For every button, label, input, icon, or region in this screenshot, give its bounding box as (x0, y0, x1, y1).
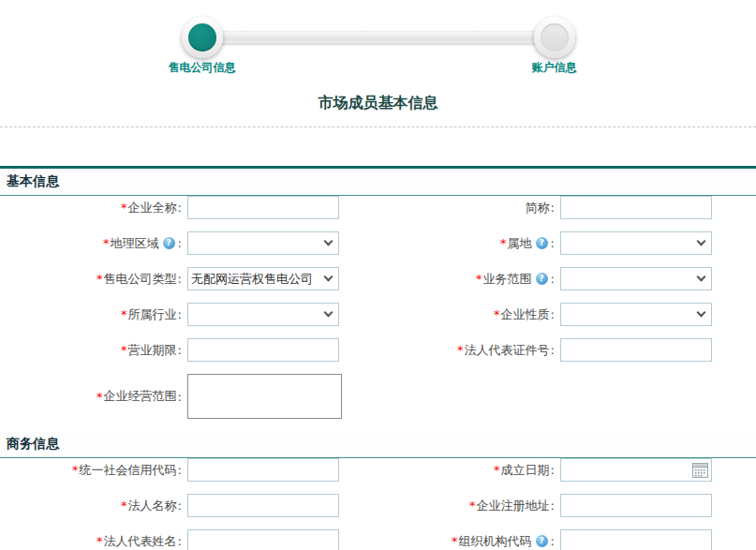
form-row: *统一社会信用代码:*成立日期: (0, 458, 756, 482)
text-input[interactable] (187, 529, 339, 550)
text-input[interactable] (560, 529, 712, 550)
text-input[interactable] (187, 458, 339, 482)
text-input[interactable] (560, 196, 712, 219)
field-label: *企业全称: (0, 200, 187, 216)
text-input[interactable] (187, 338, 339, 362)
step-circle-account-info[interactable] (534, 17, 575, 58)
form-row: *企业经营范围: (0, 374, 756, 419)
field-cell (560, 196, 756, 219)
calendar-icon[interactable] (692, 462, 708, 478)
label-colon: : (551, 236, 555, 250)
form-root: 基本信息*企业全称:简称:*地理区域?:*属地?:*售电公司类型:无配网运营权售… (0, 166, 756, 550)
help-icon[interactable]: ? (163, 237, 175, 249)
label-colon: : (178, 390, 182, 404)
form-row: *营业期限:*法人代表证件号: (0, 338, 756, 362)
required-asterisk: * (494, 463, 500, 477)
field-label: *营业期限: (0, 342, 187, 359)
field-label: *法人代表姓名: (0, 533, 187, 550)
stepper-track (200, 31, 556, 44)
field-label: *企业注册地址: (375, 498, 560, 514)
select (560, 303, 712, 326)
field-label-text: 法人代表姓名 (104, 533, 177, 550)
field-cell (187, 374, 375, 419)
section-title: 商务信息 (0, 431, 756, 458)
field-label: *成立日期: (375, 462, 560, 479)
step-circle-seller-info[interactable] (182, 17, 223, 58)
field-label: *地理区域?: (0, 235, 187, 252)
section-basic-info: 基本信息*企业全称:简称:*地理区域?:*属地?:*售电公司类型:无配网运营权售… (0, 166, 756, 419)
field-label: *企业性质: (375, 306, 560, 323)
label-colon: : (551, 272, 555, 286)
required-asterisk: * (452, 534, 458, 548)
field-cell (560, 338, 756, 362)
field-label-text: 法人代表证件号 (465, 342, 550, 359)
field-label-text: 地理区域 (111, 235, 159, 252)
select-input[interactable] (560, 303, 712, 326)
field-label-text: 属地 (508, 235, 532, 252)
page-title: 市场成员基本信息 (0, 94, 756, 113)
field-cell (187, 303, 375, 326)
field-label-text: 成立日期 (501, 462, 550, 479)
label-colon: : (551, 463, 555, 477)
field-label-text: 所属行业 (128, 306, 177, 323)
dashed-divider (0, 126, 756, 127)
field-label: *法人名称: (0, 498, 187, 514)
required-asterisk: * (494, 307, 500, 321)
select-input[interactable] (187, 231, 339, 255)
select-input[interactable] (560, 267, 712, 290)
field-label: *售电公司类型: (0, 271, 187, 288)
textarea-input[interactable] (187, 374, 342, 419)
field-label-text: 统一社会信用代码 (80, 462, 177, 479)
section-business-info: 商务信息*统一社会信用代码:*成立日期:*法人名称:*企业注册地址:*法人代表姓… (0, 431, 756, 550)
label-colon: : (551, 343, 555, 357)
field-label: *企业经营范围: (0, 388, 187, 405)
select-input[interactable] (560, 231, 712, 255)
text-input[interactable] (187, 494, 339, 517)
form-row: *售电公司类型:无配网运营权售电公司*业务范围?: (0, 267, 756, 290)
required-asterisk: * (500, 236, 507, 250)
label-colon: : (178, 236, 182, 250)
step-label-account-info: 账户信息 (532, 60, 577, 76)
select (560, 267, 712, 290)
field-cell (560, 529, 756, 550)
field-label-text: 售电公司类型 (104, 271, 177, 288)
help-icon[interactable]: ? (536, 535, 548, 547)
label-colon: : (551, 534, 555, 548)
label-colon: : (178, 201, 182, 215)
label-colon: : (178, 498, 182, 513)
text-input[interactable] (560, 494, 712, 517)
field-cell (187, 494, 375, 517)
select-input[interactable]: 无配网运营权售电公司 (187, 267, 339, 290)
date-input[interactable] (560, 458, 712, 482)
date-field (560, 458, 712, 482)
field-cell (560, 267, 756, 290)
step-circle-inactive-dot (541, 23, 569, 52)
select-input[interactable] (187, 303, 339, 326)
required-asterisk: * (103, 236, 110, 250)
required-asterisk: * (72, 463, 79, 477)
required-asterisk: * (121, 201, 127, 215)
progress-stepper: 售电公司信息 账户信息 (182, 8, 575, 74)
text-input[interactable] (187, 196, 339, 219)
label-colon: : (178, 307, 182, 321)
field-label-text: 企业注册地址 (477, 498, 550, 514)
required-asterisk: * (121, 498, 127, 513)
field-label: *属地?: (375, 235, 560, 252)
field-label-text: 简称 (526, 200, 550, 216)
required-asterisk: * (457, 343, 464, 357)
required-asterisk: * (96, 534, 103, 548)
label-colon: : (178, 343, 182, 357)
field-label: *所属行业: (0, 306, 187, 323)
field-cell (187, 529, 375, 550)
field-cell (560, 458, 756, 482)
required-asterisk: * (476, 272, 482, 286)
help-icon[interactable]: ? (536, 237, 548, 249)
required-asterisk: * (121, 307, 127, 321)
field-label-text: 业务范围 (483, 271, 532, 288)
text-input[interactable] (560, 338, 712, 362)
form-row: *法人名称:*企业注册地址: (0, 494, 756, 517)
label-colon: : (178, 463, 182, 477)
label-colon: : (178, 534, 182, 548)
form-row: *法人代表姓名:*组织机构代码?: (0, 529, 756, 550)
help-icon[interactable]: ? (536, 273, 548, 285)
